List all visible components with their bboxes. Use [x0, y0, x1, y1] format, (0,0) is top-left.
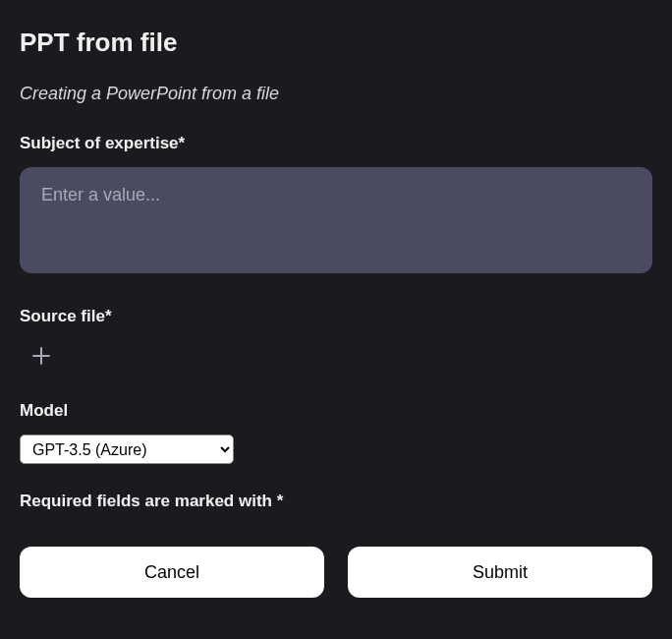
model-label: Model: [20, 401, 652, 421]
source-file-label: Source file*: [20, 307, 652, 326]
page-title: PPT from file: [20, 28, 652, 58]
subject-input[interactable]: [20, 167, 652, 273]
subject-label: Subject of expertise*: [20, 134, 652, 153]
cancel-button[interactable]: Cancel: [20, 547, 324, 598]
required-fields-note: Required fields are marked with *: [20, 492, 652, 511]
add-file-button[interactable]: [26, 340, 57, 372]
page-subtitle: Creating a PowerPoint from a file: [20, 84, 652, 104]
plus-icon: [31, 346, 51, 366]
model-select[interactable]: GPT-3.5 (Azure): [20, 435, 234, 464]
submit-button[interactable]: Submit: [348, 547, 652, 598]
button-row: Cancel Submit: [20, 547, 652, 598]
